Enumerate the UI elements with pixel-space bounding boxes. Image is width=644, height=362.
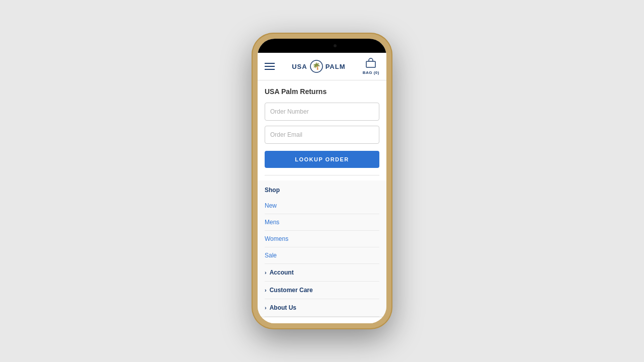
chevron-right-about-us: › — [265, 305, 267, 311]
content-area: USA 🌴 PALM — [258, 53, 386, 323]
bag-icon-wrapper — [365, 58, 376, 70]
phone-screen: USA 🌴 PALM — [258, 39, 386, 323]
nav-item-womens-label: Womens — [265, 235, 288, 242]
nav-item-new-label: New — [265, 202, 277, 209]
order-number-input[interactable] — [265, 103, 379, 121]
nav-item-mens[interactable]: Mens — [265, 214, 379, 231]
camera-dot — [334, 44, 337, 47]
hamburger-line-3 — [265, 69, 275, 70]
logo-text-usa: USA — [292, 63, 307, 70]
menu-button[interactable] — [265, 63, 275, 70]
hamburger-line-1 — [265, 63, 275, 64]
nav-item-mens-label: Mens — [265, 219, 279, 226]
nav-item-account[interactable]: › Account — [265, 264, 379, 282]
header: USA 🌴 PALM — [258, 53, 386, 80]
notch — [299, 41, 345, 50]
svg-rect-2 — [366, 61, 375, 67]
logo[interactable]: USA 🌴 PALM — [292, 59, 345, 73]
nav-item-about-us-label: About Us — [270, 304, 296, 311]
nav-section: Shop New Mens Womens Sale › Account — [258, 180, 386, 317]
svg-text:🌴: 🌴 — [312, 62, 321, 70]
nav-item-womens[interactable]: Womens — [265, 231, 379, 247]
order-email-input[interactable] — [265, 126, 379, 144]
nav-item-account-label: Account — [270, 269, 294, 276]
nav-item-sale[interactable]: Sale — [265, 247, 379, 264]
logo-text-palm: PALM — [326, 63, 346, 70]
chevron-right-customer-care: › — [265, 287, 267, 293]
nav-item-new[interactable]: New — [265, 198, 379, 214]
nav-item-sale-label: Sale — [265, 252, 277, 259]
phone-frame: USA 🌴 PALM — [252, 33, 392, 329]
divider-1 — [265, 175, 379, 175]
nav-item-about-us[interactable]: › About Us — [265, 299, 379, 317]
page-title: USA Palm Returns — [265, 87, 379, 96]
logo-emblem: 🌴 — [309, 59, 324, 73]
chevron-right-account: › — [265, 269, 267, 276]
main-content: USA Palm Returns LOOKUP ORDER — [258, 80, 386, 180]
nav-item-customer-care[interactable]: › Customer Care — [265, 282, 379, 299]
lookup-order-button[interactable]: LOOKUP ORDER — [265, 151, 379, 168]
notch-bar — [258, 39, 386, 53]
email-signup-button[interactable]: EMAIL SIGNUP — [258, 317, 386, 323]
bag-label: BAG (0) — [363, 70, 379, 75]
bag-button[interactable]: BAG (0) — [363, 58, 379, 75]
hamburger-line-2 — [265, 66, 275, 67]
nav-item-customer-care-label: Customer Care — [270, 287, 313, 294]
shop-section-title: Shop — [265, 180, 379, 198]
